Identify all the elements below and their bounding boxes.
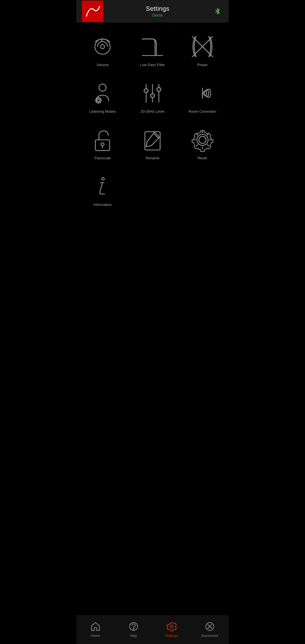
low-pass-filter-item[interactable]: Low Pass Filter: [129, 28, 176, 72]
svg-point-46: [133, 629, 134, 630]
phase-icon: [182, 34, 223, 59]
nav-settings[interactable]: Settings: [152, 619, 191, 639]
svg-point-44: [102, 177, 104, 180]
svg-point-28: [101, 143, 104, 146]
low-pass-filter-label: Low Pass Filter: [140, 63, 165, 68]
header: Settings Demo: [76, 0, 229, 23]
volume-icon: [82, 34, 123, 59]
home-icon: [89, 620, 102, 633]
listening-modes-item[interactable]: Listening Modes: [79, 75, 126, 119]
information-icon: [82, 174, 123, 199]
settings-grid: Volume Low Pass Filter: [79, 28, 226, 212]
hz-level-label: 20-30Hz Level: [141, 109, 164, 114]
svg-rect-27: [95, 140, 110, 151]
svg-line-19: [96, 102, 97, 103]
information-item[interactable]: Information: [79, 168, 126, 212]
bottom-navigation: Home Help Settings Disc: [76, 615, 229, 644]
rename-label: Rename: [145, 156, 159, 161]
header-center: Settings Demo: [103, 5, 212, 18]
reset-label: Reset: [198, 156, 207, 161]
reset-item[interactable]: Reset: [179, 121, 226, 165]
svg-line-32: [146, 142, 147, 147]
app-logo: [82, 1, 103, 22]
reset-icon: [182, 127, 223, 153]
bluetooth-button[interactable]: [212, 6, 223, 17]
listening-modes-label: Listening Modes: [89, 109, 116, 114]
svg-point-33: [199, 136, 206, 143]
svg-line-18: [100, 98, 101, 99]
room-correction-icon: [182, 80, 223, 106]
svg-point-24: [151, 94, 154, 98]
volume-label: Volume: [97, 63, 109, 68]
svg-point-9: [99, 84, 106, 91]
svg-line-42: [207, 145, 209, 146]
svg-line-17: [100, 102, 101, 103]
nav-home-label: Home: [91, 634, 100, 638]
nav-help-label: Help: [130, 634, 137, 638]
nav-settings-label: Settings: [165, 634, 178, 638]
rename-item[interactable]: Rename: [129, 121, 176, 165]
rename-icon: [132, 127, 173, 153]
settings-nav-icon: [165, 620, 178, 633]
room-correction-item[interactable]: Room Correction: [179, 75, 226, 119]
phase-label: Phase: [197, 63, 208, 68]
svg-line-16: [96, 98, 97, 99]
svg-point-25: [157, 87, 161, 91]
svg-line-41: [196, 145, 197, 146]
passcode-item[interactable]: Passcode: [79, 121, 126, 165]
nav-disconnect-label: Disconnect: [201, 634, 218, 638]
passcode-label: Passcode: [95, 156, 111, 161]
low-pass-filter-icon: [132, 34, 173, 59]
svg-point-23: [144, 89, 148, 93]
header-subtitle: Demo: [103, 13, 212, 18]
disconnect-icon: [204, 620, 216, 633]
svg-point-11: [97, 99, 100, 102]
nav-disconnect[interactable]: Disconnect: [191, 619, 229, 639]
passcode-icon: [82, 127, 123, 153]
listening-modes-icon: [82, 80, 123, 106]
help-icon: [127, 620, 140, 633]
room-correction-label: Room Correction: [189, 109, 216, 114]
nav-help[interactable]: Help: [114, 619, 152, 639]
nav-home[interactable]: Home: [76, 619, 114, 639]
svg-point-47: [170, 625, 173, 628]
hz-level-icon: [132, 80, 173, 106]
hz-level-item[interactable]: 20-30Hz Level: [129, 75, 176, 119]
phase-item[interactable]: Phase: [179, 28, 226, 72]
page-title: Settings: [103, 5, 212, 12]
volume-item[interactable]: Volume: [79, 28, 126, 72]
information-label: Information: [93, 203, 112, 207]
main-content: Volume Low Pass Filter: [76, 23, 229, 615]
svg-point-1: [101, 45, 104, 49]
